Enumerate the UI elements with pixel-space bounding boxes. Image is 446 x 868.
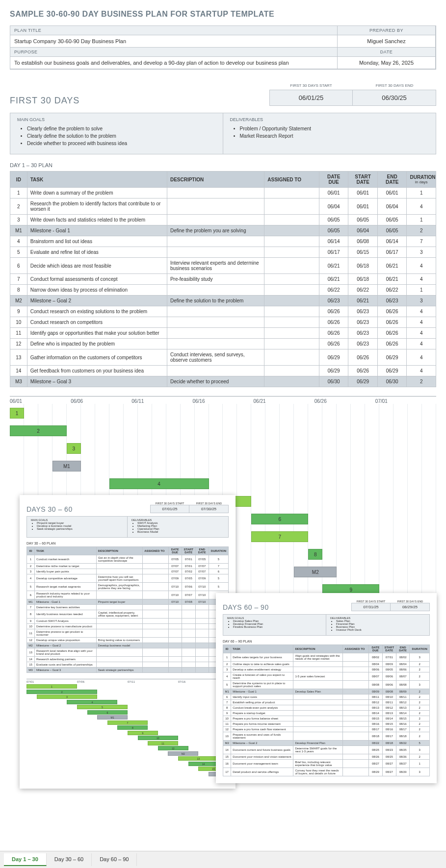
table-row: 14Get feedback from customers on your bu… bbox=[10, 366, 436, 376]
table-row: M2Milestone – Goal 2Define the solution … bbox=[10, 296, 436, 306]
th-asg: ASSIGNED TO bbox=[264, 172, 319, 188]
plan-table-title: DAY 1 – 30 PLAN bbox=[10, 162, 436, 168]
doc-title: SAMPLE 30-60-90 DAY BUSINESS PLAN FOR ST… bbox=[10, 10, 436, 19]
ov2-plan-title: DAY 60 – 90 PLAN bbox=[223, 640, 430, 643]
deliverables-label: DELIVERABLES bbox=[230, 117, 429, 122]
ov1-plan-title: DAY 30 – 60 PLAN bbox=[26, 542, 229, 545]
gantt-bar: M2 bbox=[294, 567, 337, 577]
table-row: 10Conduct research on competitors06/2606… bbox=[10, 317, 436, 328]
main-goals-label: MAIN GOALS bbox=[17, 117, 216, 122]
date-label: DATE bbox=[338, 48, 435, 56]
gantt-bar: 3 bbox=[67, 443, 81, 454]
sheet-tab[interactable]: Day 30 – 60 bbox=[47, 853, 92, 866]
plan-table: ID TASK DESCRIPTION ASSIGNED TO DATE DUE… bbox=[10, 171, 436, 387]
list-item: Investor Pitch Deck bbox=[336, 628, 425, 631]
list-item: Business Model bbox=[137, 530, 224, 533]
purpose-label: PURPOSE bbox=[10, 48, 337, 56]
list-item: Clearly define the problem to solve bbox=[27, 125, 216, 132]
end-label: FIRST 30 DAYS END bbox=[353, 83, 436, 90]
gantt-bar: 6 bbox=[251, 514, 308, 524]
end-date: 06/30/25 bbox=[353, 90, 436, 106]
th-ed: END DATE bbox=[377, 172, 407, 188]
th-desc: DESCRIPTION bbox=[167, 172, 264, 188]
table-row: 5Evaluate and refine list of ideas06/170… bbox=[10, 247, 436, 258]
prepared-by-label: PREPARED BY bbox=[338, 26, 435, 35]
plan-title-label: PLAN TITLE bbox=[10, 26, 337, 35]
overlay-days-30-60: FIRST 30 DAYS STARTFIRST 30 DAYS END DAY… bbox=[20, 495, 236, 789]
table-row: 11Identify gaps or opportunities that ma… bbox=[10, 328, 436, 339]
ov1-table: IDTASKDESCRIPTIONASSIGNED TO DATE DUESTA… bbox=[26, 546, 229, 673]
th-due: DATE DUE bbox=[319, 172, 348, 188]
table-row: 2Research the problem to identify factor… bbox=[10, 198, 436, 215]
table-row: 12Define who is impacted by the problem0… bbox=[10, 339, 436, 349]
gantt-bar: M1 bbox=[52, 461, 81, 471]
gantt-bar: 7 bbox=[251, 531, 308, 542]
purpose-value: To establish our business goals and deli… bbox=[10, 57, 337, 69]
table-row: 6Decide which ideas are most feasibleInt… bbox=[10, 258, 436, 274]
plan-title-value: Startup Company 30-60-90 Day Business Pl… bbox=[10, 35, 337, 47]
list-item: Finalize Business Plan bbox=[233, 625, 322, 628]
th-dur: DURATIONin days bbox=[407, 172, 436, 188]
table-row: 7Conduct formal assessments of conceptPr… bbox=[10, 274, 436, 285]
overlay-days-60-90: FIRST 30 DAYS STARTFIRST 30 DAYS END DAY… bbox=[216, 593, 437, 783]
ov2-table: IDTASKDESCRIPTIONASSIGNED TO DATE DUESTA… bbox=[223, 645, 430, 776]
list-item: Clearly define the solution to the probl… bbox=[27, 132, 216, 140]
gantt-bar: 1 bbox=[10, 408, 24, 419]
th-sd: START DATE bbox=[348, 172, 378, 188]
deliverables-box: DELIVERABLES Problem / Opportunity State… bbox=[223, 113, 437, 154]
list-item: Decide whether to proceed with business … bbox=[27, 140, 216, 147]
sheet-tab[interactable]: Day 1 – 30 bbox=[4, 853, 47, 866]
gantt-bar: 2 bbox=[10, 425, 67, 436]
table-row: 3Write down facts and statistics related… bbox=[10, 215, 436, 225]
list-item: Market Research Report bbox=[240, 132, 429, 140]
start-date: 06/01/25 bbox=[269, 90, 353, 106]
th-task: TASK bbox=[27, 172, 167, 188]
th-id: ID bbox=[10, 172, 27, 188]
table-row: M1Milestone - Goal 1Define the problem y… bbox=[10, 225, 436, 236]
table-row: 1Write down a summary of the problem06/0… bbox=[10, 188, 436, 198]
gantt-bar: 4 bbox=[109, 478, 209, 489]
list-item: Seek strategic partnerships bbox=[37, 527, 123, 530]
list-item: Problem / Opportunity Statement bbox=[240, 125, 429, 132]
date-value: Monday, May 26, 2025 bbox=[338, 57, 435, 69]
ov2-end: 08/29/25 bbox=[391, 603, 430, 611]
ov1-end: 07/30/25 bbox=[189, 505, 229, 513]
ov2-title: DAYS 60 – 90 bbox=[223, 603, 351, 611]
section-title: FIRST 30 DAYS bbox=[10, 96, 269, 106]
table-row: M3Milestone – Goal 3Decide whether to pr… bbox=[10, 376, 436, 387]
header-grid: PLAN TITLE PREPARED BY Startup Company 3… bbox=[10, 25, 436, 70]
table-row: 9Conduct research on existing solutions … bbox=[10, 306, 436, 317]
table-row: 4Brainstorm and list out ideas06/1406/08… bbox=[10, 236, 436, 247]
start-label: FIRST 30 DAYS START bbox=[269, 83, 353, 90]
ov2-start: 07/31/25 bbox=[351, 603, 391, 611]
sheet-tab[interactable]: Day 60 – 90 bbox=[92, 853, 137, 866]
ov1-title: DAYS 30 – 60 bbox=[26, 505, 150, 513]
ov1-start: 07/01/25 bbox=[150, 505, 189, 513]
table-row: 8Narrow down ideas by process of elimina… bbox=[10, 285, 436, 296]
gantt-bar: 8 bbox=[308, 549, 322, 560]
table-row: 13Gather information on the customers of… bbox=[10, 349, 436, 366]
main-goals-box: MAIN GOALS Clearly define the problem to… bbox=[10, 113, 223, 154]
sheet-tabs: Day 1 – 30Day 30 – 60Day 60 – 90 bbox=[0, 851, 446, 868]
prepared-by-value: Miguel Sanchez bbox=[338, 35, 435, 47]
